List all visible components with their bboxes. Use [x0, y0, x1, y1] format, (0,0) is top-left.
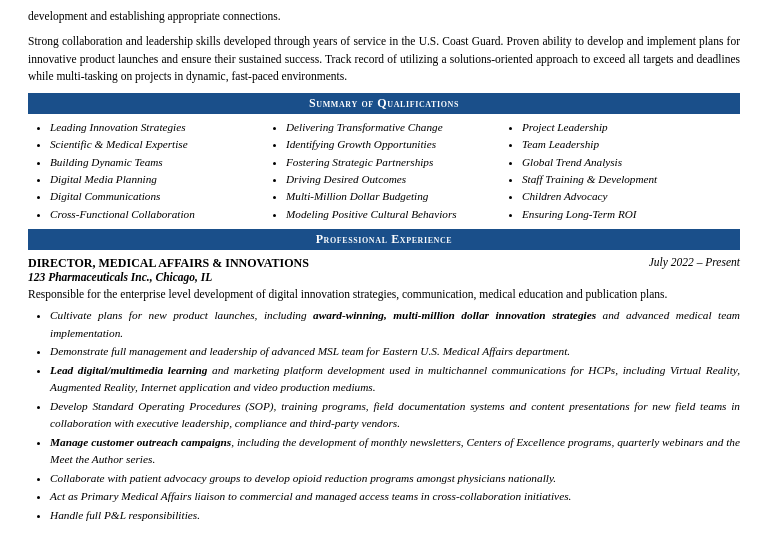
list-item: Delivering Transformative Change [286, 119, 500, 136]
list-item: Cross-Functional Collaboration [50, 206, 264, 223]
list-item: Project Leadership [522, 119, 736, 136]
list-item: Children Advocacy [522, 188, 736, 205]
intro-paragraph1: development and establishing appropriate… [28, 8, 740, 25]
list-item: Modeling Positive Cultural Behaviors [286, 206, 500, 223]
qual-list-1: Leading Innovation Strategies Scientific… [32, 119, 264, 223]
qual-col-3: Project Leadership Team Leadership Globa… [504, 119, 736, 223]
job-bullets-list: Cultivate plans for new product launches… [28, 307, 740, 524]
job-description: Responsible for the enterprise level dev… [28, 286, 740, 303]
list-item: Act as Primary Medical Affairs liaison t… [50, 488, 740, 506]
list-item: Scientific & Medical Expertise [50, 136, 264, 153]
list-item: Digital Communications [50, 188, 264, 205]
list-item: Develop Standard Operating Procedures (S… [50, 398, 740, 433]
list-item: Team Leadership [522, 136, 736, 153]
list-item: Building Dynamic Teams [50, 154, 264, 171]
list-item: Global Trend Analysis [522, 154, 736, 171]
list-item: Collaborate with patient advocacy groups… [50, 470, 740, 488]
job-company: 123 Pharmaceuticals Inc., Chicago, IL [28, 271, 740, 283]
qualifications-grid: Leading Innovation Strategies Scientific… [28, 119, 740, 223]
list-item: Demonstrate full management and leadersh… [50, 343, 740, 361]
qual-list-2: Delivering Transformative Change Identif… [268, 119, 500, 223]
list-item: Handle full P&L responsibilities. [50, 507, 740, 525]
resume-page: development and establishing appropriate… [0, 0, 768, 537]
qual-col-1: Leading Innovation Strategies Scientific… [32, 119, 264, 223]
job-title: Director, Medical Affairs & Innovations [28, 256, 309, 271]
qualifications-header: Summary of Qualifications [28, 93, 740, 114]
job-date: July 2022 – Present [649, 256, 740, 268]
intro-paragraph2: Strong collaboration and leadership skil… [28, 33, 740, 85]
list-item: Staff Training & Development [522, 171, 736, 188]
experience-section: Professional Experience Director, Medica… [28, 229, 740, 524]
list-item: Digital Media Planning [50, 171, 264, 188]
list-item: Cultivate plans for new product launches… [50, 307, 740, 342]
job-header: Director, Medical Affairs & Innovations … [28, 256, 740, 271]
list-item: Leading Innovation Strategies [50, 119, 264, 136]
list-item: Driving Desired Outcomes [286, 171, 500, 188]
qual-col-2: Delivering Transformative Change Identif… [268, 119, 500, 223]
list-item: Manage customer outreach campaigns, incl… [50, 434, 740, 469]
list-item: Fostering Strategic Partnerships [286, 154, 500, 171]
experience-header: Professional Experience [28, 229, 740, 250]
list-item: Lead digital/multimedia learning and mar… [50, 362, 740, 397]
list-item: Ensuring Long-Term ROI [522, 206, 736, 223]
list-item: Identifying Growth Opportunities [286, 136, 500, 153]
list-item: Multi-Million Dollar Budgeting [286, 188, 500, 205]
qual-list-3: Project Leadership Team Leadership Globa… [504, 119, 736, 223]
